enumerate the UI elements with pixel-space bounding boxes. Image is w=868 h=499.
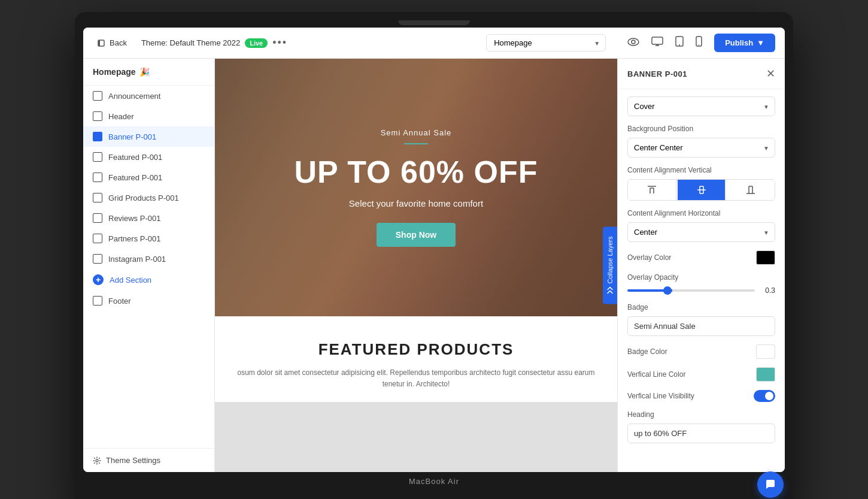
alignment-vertical-group	[627, 179, 775, 201]
overlay-color-swatch[interactable]	[756, 250, 775, 265]
sidebar-item-partners[interactable]: Partners P-001	[83, 228, 214, 249]
banner-section: Semi Annual Sale UP TO 60% OFF Select yo…	[215, 59, 617, 316]
cover-select-wrap: Cover	[627, 96, 775, 116]
opacity-slider[interactable]	[627, 289, 755, 292]
sidebar-item-featured-p001-1[interactable]: Featured P-001	[83, 147, 214, 167]
banner-heading: UP TO 60% OFF	[295, 154, 538, 190]
partners-icon	[93, 234, 102, 243]
panel-header: BANNER P-001 ✕	[618, 59, 785, 89]
opacity-slider-wrap: 0.3	[627, 286, 775, 295]
mobile-icon[interactable]	[693, 34, 705, 52]
grid-icon	[93, 193, 102, 202]
content-align-horizontal-label: Content Alignment Horizontal	[627, 209, 775, 217]
vertical-line-color-swatch[interactable]	[756, 367, 775, 382]
badge-color-section: Badge Color	[627, 344, 775, 359]
tablet-icon[interactable]	[673, 34, 686, 52]
heading-label: Heading	[627, 410, 775, 419]
publish-button[interactable]: Publish ▼	[714, 34, 775, 52]
content-align-horizontal-select[interactable]: Center	[627, 222, 775, 242]
cover-select[interactable]: Cover	[627, 96, 775, 116]
align-top-button[interactable]	[628, 180, 676, 200]
desktop-icon[interactable]	[649, 34, 666, 52]
bg-position-select-wrap: Center Center	[627, 138, 775, 158]
instagram-icon	[93, 254, 102, 264]
align-bottom-icon	[745, 185, 756, 195]
svg-point-6	[679, 44, 680, 46]
badge-input[interactable]	[627, 316, 775, 336]
vertical-line-visibility-row: Verfical Line Visibility	[627, 390, 775, 402]
vertical-line-color-section: Verfical Line Color	[627, 367, 775, 382]
featured2-icon	[93, 173, 102, 182]
badge-color-row: Badge Color	[627, 344, 775, 359]
theme-settings-button[interactable]: Theme Settings	[83, 448, 214, 472]
back-button[interactable]: Back	[93, 36, 132, 50]
sidebar-item-grid-products[interactable]: Grid Products P-001	[83, 187, 214, 208]
settings-icon	[93, 456, 101, 465]
add-icon: +	[93, 274, 104, 285]
content-align-vertical-section: Content Alignment Vertical	[627, 166, 775, 201]
add-section-button[interactable]: + Add Section	[83, 269, 214, 291]
back-label: Back	[110, 38, 127, 47]
sidebar-item-announcement[interactable]: Announcement	[83, 86, 214, 106]
panel-close-button[interactable]: ✕	[766, 67, 775, 80]
sidebar-item-instagram[interactable]: Instagram P-001	[83, 249, 214, 269]
svg-point-3	[632, 40, 635, 44]
sidebar-item-banner-p001[interactable]: Banner P-001	[83, 126, 214, 147]
align-top-icon	[647, 185, 657, 195]
featured-body-text: osum dolor sit amet consectetur adipisic…	[227, 367, 605, 390]
heading-input[interactable]	[627, 424, 775, 443]
content-align-vertical-label: Content Alignment Vertical	[627, 166, 775, 174]
collapse-icon	[607, 286, 613, 294]
align-bottom-button[interactable]	[727, 180, 775, 200]
overlay-color-row: Overlay Color	[627, 250, 775, 265]
align-center-button[interactable]	[678, 180, 726, 200]
more-options-button[interactable]: •••	[272, 37, 287, 49]
align-center-icon	[696, 185, 707, 195]
featured1-icon	[93, 152, 102, 162]
header-icon	[93, 111, 102, 121]
toolbar-icons	[625, 34, 705, 52]
theme-info: Theme: Default Theme 2022 Live •••	[141, 37, 287, 49]
panel-title: BANNER P-001	[627, 69, 687, 78]
back-icon	[98, 39, 106, 47]
bg-position-select[interactable]: Center Center	[627, 138, 775, 158]
banner-divider	[404, 143, 428, 144]
sidebar-item-reviews[interactable]: Reviews P-001	[83, 208, 214, 228]
svg-point-9	[96, 459, 98, 462]
vertical-line-visibility-section: Verfical Line Visibility	[627, 390, 775, 402]
opacity-value: 0.3	[761, 286, 775, 295]
theme-name: Theme: Default Theme 2022	[141, 38, 240, 47]
panel-body: Cover Background Position Center Center	[618, 89, 785, 472]
banner-subheading: Select your favorite home comfort	[349, 198, 483, 208]
top-bar: Back Theme: Default Theme 2022 Live ••• …	[83, 28, 785, 59]
vertical-line-color-label: Verfical Line Color	[627, 370, 685, 379]
cover-section: Cover	[627, 96, 775, 116]
sidebar-item-featured-p001-2[interactable]: Featured P-001	[83, 167, 214, 187]
banner-content: Semi Annual Sale UP TO 60% OFF Select yo…	[215, 59, 617, 316]
announcement-icon	[93, 91, 102, 101]
preview-icon[interactable]	[625, 34, 642, 52]
banner-badge-text: Semi Annual Sale	[381, 128, 452, 137]
page-selector[interactable]: Homepage	[486, 34, 606, 52]
svg-rect-1	[98, 40, 100, 46]
right-panel: BANNER P-001 ✕ Cover Backgroun	[617, 59, 785, 472]
canvas-area: Semi Annual Sale UP TO 60% OFF Select yo…	[215, 59, 617, 472]
overlay-opacity-label: Overlay Opacity	[627, 273, 775, 282]
background-position-label: Background Position	[627, 125, 775, 133]
shop-now-button[interactable]: Shop Now	[377, 223, 456, 247]
live-badge: Live	[245, 38, 268, 48]
vertical-line-color-row: Verfical Line Color	[627, 367, 775, 382]
badge-label: Badge	[627, 303, 775, 312]
collapse-layers-tab[interactable]: Collapse Layers	[603, 227, 617, 304]
badge-color-label: Badge Color	[627, 347, 667, 356]
overlay-color-label: Overlay Color	[627, 253, 671, 262]
banner-icon	[93, 132, 102, 141]
vertical-line-toggle[interactable]	[754, 390, 775, 402]
heading-section: Heading	[627, 410, 775, 443]
svg-point-8	[699, 44, 700, 46]
featured-heading: FEATURED PRODUCTS	[227, 340, 605, 359]
sidebar-item-header[interactable]: Header	[83, 106, 214, 126]
laptop-footer-label: MacBook Air	[83, 472, 785, 486]
badge-color-swatch[interactable]	[756, 344, 775, 359]
sidebar-item-footer[interactable]: Footer	[83, 291, 214, 311]
